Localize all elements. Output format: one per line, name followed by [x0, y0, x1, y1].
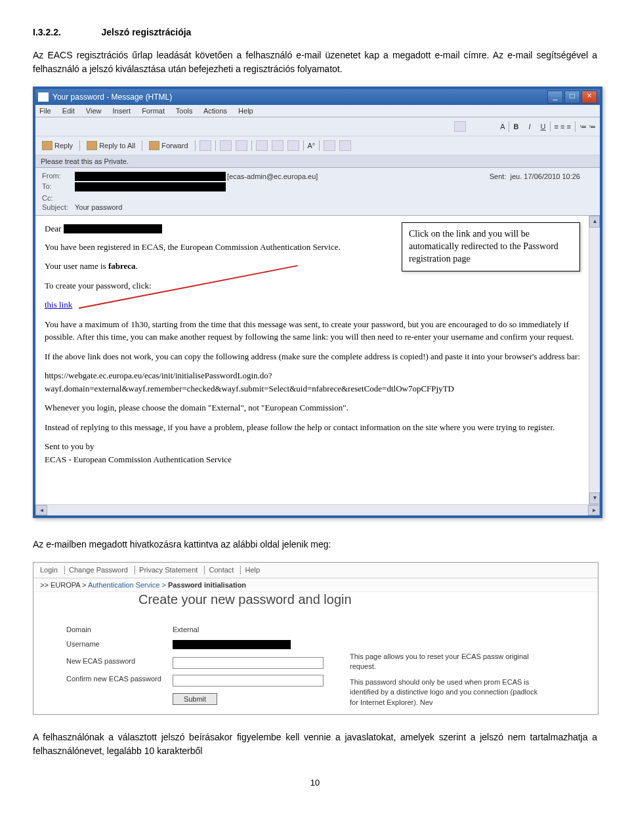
body-p5: Whenever you login, please choose the do… [45, 401, 591, 414]
reply-button[interactable]: Reply [39, 140, 75, 151]
body-p2: To create your password, click: [45, 279, 591, 292]
greeting: Dear [45, 222, 61, 235]
email-headers: From: [ecas-admin@ec.europa.eu] Sent: je… [35, 168, 600, 216]
horizontal-scrollbar[interactable]: ◂ ▸ [35, 504, 600, 515]
maximize-button[interactable]: □ [564, 90, 580, 104]
from-redacted [75, 172, 226, 181]
ecas-menu-changepw[interactable]: Change Password [69, 566, 128, 574]
confirm-password-input[interactable] [173, 675, 324, 687]
move-icon[interactable] [236, 140, 247, 151]
ecas-menu-privacy[interactable]: Privacy Statement [139, 566, 198, 574]
menu-format[interactable]: Format [142, 107, 165, 115]
section-title: Jelszó regisztrációja [101, 27, 191, 37]
window-titlebar: Your password - Message (HTML) _ □ × [35, 89, 600, 105]
username-label: Username [66, 640, 165, 653]
breadcrumb-current: Password initialisation [168, 581, 246, 589]
cc-label: Cc: [42, 194, 75, 202]
menu-file[interactable]: File [39, 107, 51, 115]
forward-button[interactable]: Forward [146, 140, 190, 151]
newpw-label: New ECAS password [66, 657, 165, 671]
font-select[interactable] [454, 121, 466, 132]
scroll-left-icon[interactable]: ◂ [35, 505, 47, 515]
closing-paragraph: A felhasználónak a választott jelszó beí… [33, 730, 597, 758]
new-password-input[interactable] [173, 657, 324, 669]
breadcrumb-link[interactable]: Authentication Service > [88, 581, 166, 589]
privacy-notice: Please treat this as Private. [35, 155, 600, 168]
reply-icon [42, 141, 52, 150]
body-url2: wayf.domain=external&wayf.remember=check… [45, 382, 591, 395]
instruction-callout: Click on the link and you will be automa… [402, 222, 580, 271]
to-label: To: [42, 182, 75, 193]
print-icon[interactable] [200, 140, 211, 151]
subject-value: Your password [75, 203, 593, 211]
breadcrumb: >> EUROPA > Authentication Service > Pas… [33, 578, 598, 592]
from-suffix: [ecas-admin@ec.europa.eu] [227, 172, 318, 180]
confirmpw-label: Confirm new ECAS password [66, 675, 165, 689]
forward-icon [149, 141, 159, 150]
menu-view[interactable]: View [86, 107, 102, 115]
sent-value: jeu. 17/06/2010 10:26 [511, 172, 580, 180]
delete-icon[interactable] [256, 140, 268, 151]
menu-actions[interactable]: Actions [203, 107, 227, 115]
ecas-password-form: Login ┊ Change Password ┊ Privacy Statem… [33, 562, 598, 715]
menu-tools[interactable]: Tools [176, 107, 193, 115]
close-button[interactable]: × [581, 90, 597, 104]
menu-insert[interactable]: Insert [113, 107, 131, 115]
signoff1: Sent to you by [45, 440, 591, 453]
password-link[interactable]: this link [45, 300, 72, 310]
body-p4: If the above link does not work, you can… [45, 350, 591, 363]
minimize-button[interactable]: _ [547, 90, 563, 104]
intro-paragraph: Az EACS regisztrációs űrlap leadását köv… [33, 49, 597, 76]
scroll-up-icon[interactable]: ▴ [589, 216, 600, 228]
window-title: Your password - Message (HTML) [52, 92, 172, 102]
menu-help[interactable]: Help [238, 107, 253, 115]
subject-label: Subject: [42, 203, 75, 211]
domain-value: External [173, 626, 324, 636]
outlook-message-window: Your password - Message (HTML) _ □ × Fil… [33, 87, 602, 518]
submit-button[interactable]: Submit [173, 693, 217, 705]
reply-all-icon [87, 141, 97, 150]
sent-label: Sent: [490, 172, 507, 180]
body-p3: You have a maximum of 1h30, starting fro… [45, 318, 591, 344]
scroll-right-icon[interactable]: ▸ [588, 505, 600, 515]
vertical-scrollbar[interactable]: ▴ ▾ [589, 216, 600, 504]
help-icon[interactable] [339, 140, 351, 151]
domain-label: Domain [66, 626, 165, 636]
section-number: I.3.2.2. [33, 27, 98, 37]
scroll-down-icon[interactable]: ▾ [589, 492, 600, 504]
ecas-menu-contact[interactable]: Contact [209, 566, 234, 574]
to-redacted [75, 182, 226, 191]
email-body: Click on the link and you will be automa… [35, 216, 600, 504]
middle-paragraph: Az e-mailben megadott hivatkozásra katti… [33, 538, 597, 551]
signoff2: ECAS - European Commission Authenticatio… [45, 453, 591, 466]
name-redacted [64, 224, 162, 233]
ecas-menu: Login ┊ Change Password ┊ Privacy Statem… [33, 563, 598, 578]
flag-icon[interactable] [220, 140, 232, 151]
menu-edit[interactable]: Edit [62, 107, 75, 115]
prev-icon[interactable] [272, 140, 284, 151]
ecas-menu-login[interactable]: Login [40, 566, 58, 574]
ecas-menu-help[interactable]: Help [245, 566, 261, 574]
misc-icon[interactable] [324, 140, 335, 151]
menu-bar: File Edit View Insert Format Tools Actio… [35, 105, 600, 117]
form-title: Create your new password and login [138, 592, 598, 607]
reply-toolbar: Reply Reply to All Forward A° [35, 136, 600, 155]
body-p6: Instead of replying to this message, if … [45, 421, 591, 434]
page-number: 10 [33, 778, 597, 788]
from-label: From: [42, 172, 75, 181]
formatting-toolbar: A B I U ≡ ≡ ≡ ≔ ≔ [35, 117, 600, 136]
mail-icon [38, 92, 49, 102]
form-help-text: This page allows you to reset your ECAS … [350, 626, 547, 708]
username-redacted [173, 640, 291, 649]
next-icon[interactable] [287, 140, 299, 151]
reply-all-button[interactable]: Reply to All [84, 140, 138, 151]
body-url1: https://webgate.ec.europa.eu/ecas/init/i… [45, 369, 591, 382]
